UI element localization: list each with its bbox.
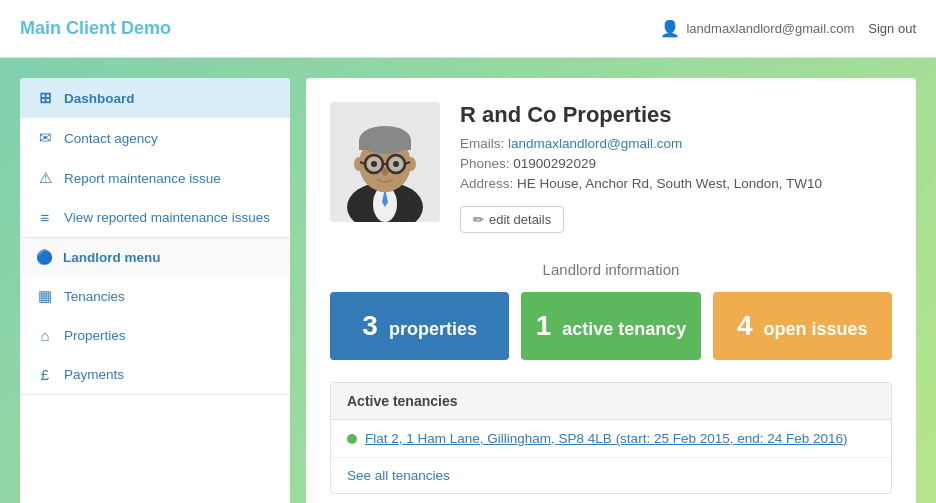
user-icon: 👤 — [660, 19, 680, 38]
landlord-menu-label: Landlord menu — [63, 250, 161, 265]
profile-info: R and Co Properties Emails: landmaxlandl… — [460, 102, 892, 233]
svg-point-17 — [371, 161, 377, 167]
properties-icon: ⌂ — [36, 327, 54, 344]
emails-label: Emails: — [460, 136, 504, 151]
sidebar-label-view: View reported maintenance issues — [64, 210, 270, 225]
active-tenancies-header: Active tenancies — [331, 383, 891, 420]
active-tenancies-section: Active tenancies Flat 2, 1 Ham Lane, Gil… — [330, 382, 892, 494]
stat-number-properties: 3 — [362, 310, 378, 341]
profile-phones: Phones: 01900292029 — [460, 156, 892, 171]
tenancy-item: Flat 2, 1 Ham Lane, Gillingham, SP8 4LB … — [331, 420, 891, 458]
stat-label-issues: open issues — [764, 319, 868, 339]
stat-card-issues: 4 open issues — [713, 292, 892, 360]
tenancy-status-dot — [347, 434, 357, 444]
edit-icon: ✏ — [473, 212, 484, 227]
profile-address: Address: HE House, Anchor Rd, South West… — [460, 176, 892, 191]
phones-label: Phones: — [460, 156, 510, 171]
payments-icon: £ — [36, 366, 54, 383]
profile-phone: 01900292029 — [513, 156, 596, 171]
see-all-tenancies-link[interactable]: See all tenancies — [331, 458, 891, 493]
sidebar-label-dashboard: Dashboard — [64, 91, 135, 106]
sidebar-item-view-maintenance[interactable]: ≡ View reported maintenance issues — [20, 198, 290, 237]
stat-card-properties: 3 properties — [330, 292, 509, 360]
sidebar-label-properties: Properties — [64, 328, 126, 343]
edit-label: edit details — [489, 212, 551, 227]
sidebar-item-report-maintenance[interactable]: ⚠ Report maintenance issue — [20, 158, 290, 198]
content-panel: R and Co Properties Emails: landmaxlandl… — [306, 78, 916, 503]
profile-emails: Emails: landmaxlandlord@gmail.com — [460, 136, 892, 151]
app-title: Main Client Demo — [20, 18, 171, 39]
sidebar-general-section: ⊞ Dashboard ✉ Contact agency ⚠ Report ma… — [20, 78, 290, 238]
sidebar-item-contact-agency[interactable]: ✉ Contact agency — [20, 118, 290, 158]
address-label: Address: — [460, 176, 513, 191]
profile-email: landmaxlandlord@gmail.com — [508, 136, 682, 151]
profile-name: R and Co Properties — [460, 102, 892, 128]
dashboard-icon: ⊞ — [36, 89, 54, 107]
sidebar-item-payments[interactable]: £ Payments — [20, 355, 290, 394]
sidebar-landlord-header: 🔵 Landlord menu — [20, 238, 290, 276]
landlord-info-title: Landlord information — [330, 261, 892, 278]
svg-point-18 — [393, 161, 399, 167]
sidebar: ⊞ Dashboard ✉ Contact agency ⚠ Report ma… — [20, 78, 290, 503]
svg-point-19 — [382, 168, 388, 176]
sidebar-label-report: Report maintenance issue — [64, 171, 221, 186]
main-content: ⊞ Dashboard ✉ Contact agency ⚠ Report ma… — [0, 58, 936, 503]
stats-row: 3 properties 1 active tenancy 4 open iss… — [330, 292, 892, 360]
user-info: 👤 landmaxlandlord@gmail.com — [660, 19, 854, 38]
warning-icon: ⚠ — [36, 169, 54, 187]
avatar — [330, 102, 440, 222]
list-icon: ≡ — [36, 209, 54, 226]
header-right: 👤 landmaxlandlord@gmail.com Sign out — [660, 19, 916, 38]
profile-section: R and Co Properties Emails: landmaxlandl… — [330, 102, 892, 233]
sidebar-label-payments: Payments — [64, 367, 124, 382]
profile-address-value: HE House, Anchor Rd, South West, London,… — [517, 176, 822, 191]
sidebar-item-dashboard[interactable]: ⊞ Dashboard — [20, 78, 290, 118]
stat-number-issues: 4 — [737, 310, 753, 341]
sidebar-landlord-section: 🔵 Landlord menu ▦ Tenancies ⌂ Properties… — [20, 238, 290, 395]
stat-card-tenancy: 1 active tenancy — [521, 292, 700, 360]
sidebar-label-contact: Contact agency — [64, 131, 158, 146]
sidebar-item-properties[interactable]: ⌂ Properties — [20, 316, 290, 355]
header: Main Client Demo 👤 landmaxlandlord@gmail… — [0, 0, 936, 58]
edit-details-button[interactable]: ✏ edit details — [460, 206, 564, 233]
stat-label-properties: properties — [389, 319, 477, 339]
sidebar-item-tenancies[interactable]: ▦ Tenancies — [20, 276, 290, 316]
svg-rect-7 — [359, 140, 411, 150]
avatar-svg — [330, 102, 440, 222]
tenancy-link[interactable]: Flat 2, 1 Ham Lane, Gillingham, SP8 4LB … — [365, 431, 848, 446]
email-icon: ✉ — [36, 129, 54, 147]
signout-link[interactable]: Sign out — [868, 21, 916, 36]
user-email: landmaxlandlord@gmail.com — [686, 21, 854, 36]
stat-number-tenancy: 1 — [536, 310, 552, 341]
tenancies-icon: ▦ — [36, 287, 54, 305]
stat-label-tenancy: active tenancy — [562, 319, 686, 339]
landlord-menu-icon: 🔵 — [36, 249, 53, 265]
sidebar-label-tenancies: Tenancies — [64, 289, 125, 304]
